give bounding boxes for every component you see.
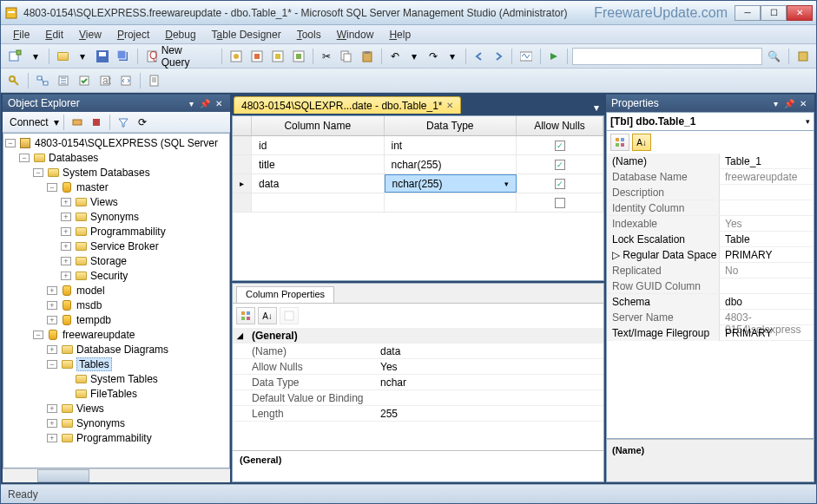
categorized-icon[interactable] (610, 134, 629, 151)
tree-toggle[interactable]: + (61, 242, 71, 251)
checkbox-checked-icon[interactable]: ✓ (555, 160, 565, 170)
tree-toggle[interactable]: − (47, 183, 57, 192)
property-row[interactable]: (Name)Table_1 (607, 154, 814, 169)
menu-tools[interactable]: Tools (290, 27, 328, 43)
new-query-button[interactable]: Q New Query (142, 47, 218, 66)
programmability2-node[interactable]: Programmability (76, 432, 152, 444)
property-value[interactable]: Yes (720, 216, 814, 232)
system-tables-node[interactable]: System Tables (90, 373, 158, 385)
property-row[interactable]: Lock EscalationTable (607, 232, 814, 247)
databases-node[interactable]: Databases (49, 152, 98, 164)
property-grid[interactable]: (Name)Table_1Database Namefreewareupdate… (606, 154, 814, 439)
tree-toggle[interactable]: + (47, 286, 57, 295)
tree-toggle[interactable]: + (47, 404, 57, 413)
tree-toggle[interactable]: − (19, 154, 30, 162)
column-property-grid[interactable]: ◢(General) (Name)data Allow NullsYes Dat… (233, 328, 603, 450)
master-node[interactable]: master (76, 181, 109, 193)
msdb-node[interactable]: msdb (76, 299, 102, 311)
open-dropdown[interactable]: ▾ (74, 47, 91, 66)
property-value[interactable] (720, 200, 814, 215)
disconnect-icon[interactable] (69, 113, 86, 132)
data-type-cell[interactable]: nchar(255) (385, 155, 517, 173)
categorized-icon[interactable] (236, 307, 255, 324)
generate-script-icon[interactable] (145, 71, 164, 90)
open-button[interactable] (54, 47, 72, 66)
property-row[interactable]: Row GUID Column (607, 278, 814, 294)
save-all-button[interactable] (114, 47, 133, 66)
redo-button[interactable]: ↷ (425, 47, 442, 66)
property-row[interactable]: IndexableYes (607, 216, 814, 232)
menu-file[interactable]: File (6, 27, 36, 43)
stop-icon[interactable] (88, 113, 105, 132)
property-value[interactable]: PRIMARY (720, 247, 814, 263)
col-name-cell[interactable]: title (252, 155, 385, 173)
cut-button[interactable]: ✂ (318, 47, 335, 66)
checkbox-checked-icon[interactable]: ✓ (555, 141, 565, 151)
refresh-icon[interactable]: ⟳ (134, 113, 151, 132)
property-value[interactable]: No (720, 263, 814, 278)
views-node[interactable]: Views (90, 196, 118, 208)
model-node[interactable]: model (76, 285, 105, 297)
synonyms-node[interactable]: Synonyms (90, 211, 139, 223)
property-row[interactable]: Description (607, 185, 814, 200)
close-button[interactable]: ✕ (787, 5, 813, 21)
server-node[interactable]: 4803-0154\SQLEXPRESS (SQL Server (35, 137, 218, 149)
tree-toggle[interactable]: + (47, 345, 57, 354)
allow-nulls-cell[interactable]: ✓ (517, 155, 603, 173)
property-value[interactable]: dbo (720, 294, 814, 310)
grid-row-empty[interactable] (233, 193, 603, 213)
find-button[interactable]: 🔍 (764, 47, 784, 66)
panel-dropdown-icon[interactable]: ▾ (769, 97, 781, 109)
object-tree[interactable]: −4803-0154\SQLEXPRESS (SQL Server −Datab… (3, 133, 230, 468)
row-marker[interactable] (233, 136, 252, 154)
system-databases-node[interactable]: System Databases (63, 167, 150, 179)
tabs-dropdown-icon[interactable]: ▾ (590, 101, 603, 114)
menu-debug[interactable]: Debug (158, 27, 202, 43)
data-type-cell-selected[interactable]: nchar(255)▾ (385, 174, 517, 193)
minimize-button[interactable]: ─ (735, 5, 761, 21)
execute-button[interactable] (545, 47, 563, 66)
new-dropdown[interactable]: ▾ (27, 47, 44, 66)
row-marker[interactable] (233, 155, 252, 173)
fulltext-icon[interactable]: ab (96, 71, 115, 90)
prop-val[interactable]: nchar (377, 376, 603, 389)
tree-toggle[interactable]: − (33, 331, 43, 339)
dmx-query-icon[interactable] (268, 47, 287, 66)
property-row[interactable]: Text/Image FilegroupPRIMARY (607, 325, 814, 341)
tree-toggle[interactable]: − (5, 139, 16, 147)
menu-project[interactable]: Project (110, 27, 156, 43)
checkbox-checked-icon[interactable]: ✓ (555, 179, 565, 189)
redo-dropdown[interactable]: ▾ (444, 47, 461, 66)
nav-back-button[interactable] (471, 47, 488, 66)
menu-view[interactable]: View (72, 27, 109, 43)
category-general[interactable]: (General) (247, 330, 377, 342)
property-value[interactable]: freewareupdate (720, 169, 814, 185)
diagrams-node[interactable]: Database Diagrams (76, 344, 168, 356)
grid-row[interactable]: id int ✓ (233, 136, 603, 155)
property-value[interactable]: Table_1 (720, 154, 814, 169)
connect-label[interactable]: Connect (6, 116, 52, 128)
tree-toggle[interactable]: + (47, 316, 57, 324)
views2-node[interactable]: Views (76, 403, 104, 415)
property-row[interactable]: ▷ Regular Data SpacePRIMARY (607, 247, 814, 263)
property-value[interactable] (720, 185, 814, 200)
allow-nulls-cell[interactable]: ✓ (517, 136, 603, 154)
tree-toggle[interactable]: + (61, 227, 71, 236)
menu-help[interactable]: Help (382, 27, 418, 43)
tables-node[interactable]: Tables (76, 357, 112, 371)
storage-node[interactable]: Storage (90, 255, 127, 267)
allow-nulls-cell[interactable] (517, 193, 603, 212)
grid-row[interactable]: ▸ data nchar(255)▾ ✓ (233, 174, 603, 193)
property-row[interactable]: ReplicatedNo (607, 263, 814, 278)
panel-dropdown-icon[interactable]: ▾ (185, 97, 197, 109)
col-name-cell[interactable]: data (252, 174, 385, 193)
mdx-query-icon[interactable] (247, 47, 267, 66)
panel-close-icon[interactable]: ✕ (213, 97, 225, 109)
filter-icon[interactable] (115, 113, 132, 132)
tree-toggle[interactable]: + (47, 301, 57, 310)
property-row[interactable]: Server Name4803-0154\sqlexpress (607, 310, 814, 325)
col-name-cell[interactable]: id (252, 136, 385, 154)
xmla-query-icon[interactable] (289, 47, 308, 66)
tree-toggle[interactable]: − (33, 168, 43, 177)
service-broker-node[interactable]: Service Broker (90, 240, 159, 252)
